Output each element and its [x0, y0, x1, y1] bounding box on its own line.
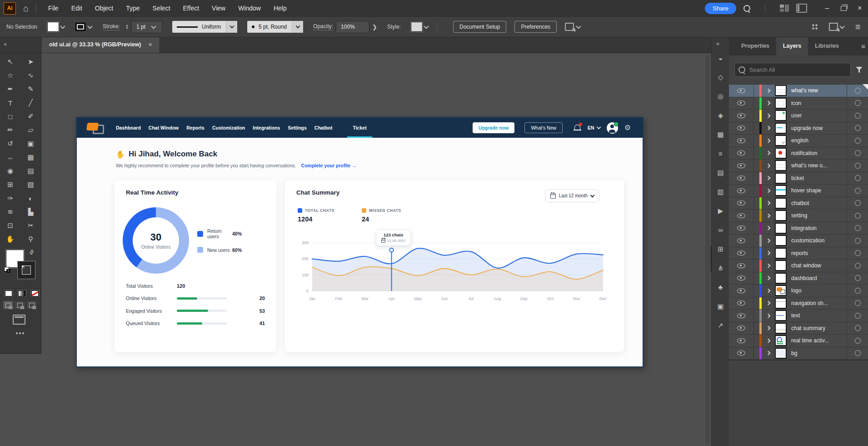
expand-chevron-icon[interactable] [766, 138, 771, 143]
menu-list-icon[interactable]: ≣ [855, 23, 861, 31]
visibility-cell[interactable] [729, 247, 754, 260]
visibility-cell[interactable] [729, 272, 754, 285]
eye-icon[interactable] [737, 175, 745, 180]
target-circle-icon[interactable] [855, 250, 861, 256]
layer-row-setting[interactable]: setting [729, 210, 868, 222]
visibility-cell[interactable] [729, 172, 754, 185]
links-panel-icon[interactable]: ∞ [718, 226, 723, 233]
layer-row-chatbot[interactable]: chatbot [729, 197, 868, 210]
expand-panels-icon[interactable]: « [716, 40, 719, 47]
layer-row-reports[interactable]: reports [729, 247, 868, 260]
layer-row-what-s-new[interactable]: what's new [729, 85, 868, 97]
collapse-toolbar-icon[interactable]: « [4, 40, 7, 47]
draw-inside-button[interactable] [27, 301, 37, 309]
eye-icon[interactable] [737, 138, 745, 143]
3d-materials-panel-icon[interactable]: ◈ [718, 112, 723, 119]
layer-row-integration[interactable]: integration [729, 222, 868, 235]
screen-mode-button[interactable] [13, 315, 25, 325]
nav-item-reports[interactable]: Reports [186, 118, 205, 138]
target-circle-icon[interactable] [855, 338, 861, 344]
mesh-tool-icon[interactable]: ⊞ [0, 178, 20, 191]
layer-row-logo[interactable]: logo [729, 285, 868, 297]
visibility-cell[interactable] [729, 160, 754, 172]
column-graph-tool-icon[interactable]: ▙ [20, 205, 41, 219]
visibility-cell[interactable] [729, 235, 754, 247]
stroke-swatch[interactable] [75, 22, 86, 32]
layer-row-bg[interactable]: bg [729, 347, 868, 360]
visibility-cell[interactable] [729, 85, 754, 97]
eye-icon[interactable] [737, 188, 745, 193]
expand-chevron-icon[interactable] [766, 251, 771, 256]
expand-chevron-icon[interactable] [766, 313, 771, 318]
shaper-tool-icon[interactable]: ✏ [0, 123, 20, 137]
target-circle-icon[interactable] [855, 125, 861, 131]
fill-swatch[interactable] [47, 22, 59, 32]
style-swatch[interactable] [411, 22, 423, 32]
visibility-cell[interactable] [729, 110, 754, 122]
fill-control[interactable] [47, 22, 65, 32]
visibility-cell[interactable] [729, 297, 754, 310]
visibility-cell[interactable] [729, 122, 754, 135]
stroke-width-stepper[interactable]: ▲▼ [125, 24, 129, 30]
type-tool-icon[interactable]: T [0, 96, 20, 110]
chevron-down-icon[interactable] [840, 24, 845, 29]
date-range-dropdown[interactable]: Last 12 month [545, 189, 599, 202]
visibility-cell[interactable] [729, 185, 754, 197]
slice-tool-icon[interactable]: ✂ [20, 219, 41, 232]
chevron-down-icon[interactable] [87, 24, 92, 29]
target-circle-icon[interactable] [855, 175, 861, 181]
draw-normal-button[interactable] [3, 301, 13, 309]
home-icon[interactable]: ⌂ [23, 4, 29, 13]
stroke-width-field[interactable]: 1 pt [131, 21, 162, 33]
draw-behind-button[interactable] [15, 301, 25, 309]
minimize-button[interactable]: – [819, 0, 835, 16]
target-circle-icon[interactable] [855, 263, 861, 269]
layer-row-upgrade-now[interactable]: upgrade now [729, 122, 868, 135]
menu-edit[interactable]: Edit [71, 5, 82, 12]
illustrator-app-icon[interactable]: Ai [4, 2, 16, 15]
expand-chevron-icon[interactable] [766, 238, 771, 243]
default-fill-stroke-icon[interactable] [4, 267, 11, 273]
target-circle-icon[interactable] [855, 325, 861, 331]
complete-profile-link[interactable]: Complete your profile → [301, 163, 357, 168]
panel-menu-icon[interactable]: ≡ [861, 42, 865, 50]
target-circle-icon[interactable] [855, 238, 861, 244]
rectangle-tool-icon[interactable]: □ [0, 110, 20, 123]
chevron-down-icon[interactable] [292, 21, 303, 33]
eye-icon[interactable] [737, 313, 745, 318]
scale-tool-icon[interactable]: ▣ [20, 137, 41, 150]
expand-chevron-icon[interactable] [766, 151, 771, 155]
eye-icon[interactable] [737, 351, 745, 356]
tab-properties[interactable]: Properties [734, 36, 776, 55]
target-circle-icon[interactable] [855, 213, 861, 219]
settings-gear-icon[interactable]: ⚙ [624, 124, 631, 131]
layer-row-hover-shape[interactable]: hover shape [729, 185, 868, 197]
eye-icon[interactable] [737, 113, 745, 118]
menu-object[interactable]: Object [95, 5, 113, 12]
direct-selection-tool-icon[interactable]: ➤ [20, 55, 41, 69]
line-segment-tool-icon[interactable]: ╱ [20, 96, 41, 110]
eye-icon[interactable] [737, 251, 745, 256]
eye-icon[interactable] [737, 276, 745, 281]
expand-chevron-icon[interactable] [766, 88, 771, 93]
target-circle-icon[interactable] [855, 113, 861, 119]
color-button[interactable] [3, 289, 14, 298]
expand-chevron-icon[interactable] [766, 351, 771, 356]
expand-chevron-icon[interactable] [766, 288, 771, 293]
rotate-tool-icon[interactable]: ↺ [0, 137, 20, 150]
visibility-cell[interactable] [729, 197, 754, 210]
actions-panel-icon[interactable]: ▶ [718, 207, 723, 214]
target-circle-icon[interactable] [855, 313, 861, 319]
copy-panel-icon[interactable]: ▣ [717, 303, 723, 310]
menu-help[interactable]: Help [274, 5, 287, 12]
expand-chevron-icon[interactable] [766, 276, 771, 281]
nav-item-chatbot[interactable]: Chatbot [314, 118, 333, 138]
nav-item-chat-window[interactable]: Chat Window [149, 118, 179, 138]
opacity-arrow-icon[interactable]: ❯ [372, 24, 377, 30]
eye-icon[interactable] [737, 100, 745, 105]
whats-new-button[interactable]: What's New [524, 122, 563, 133]
menu-file[interactable]: File [48, 5, 59, 12]
target-circle-icon[interactable] [855, 188, 861, 194]
appearance-panel-icon[interactable]: ◎ [718, 93, 723, 100]
artboard[interactable]: DashboardChat WindowReportsCustomization… [76, 117, 644, 367]
